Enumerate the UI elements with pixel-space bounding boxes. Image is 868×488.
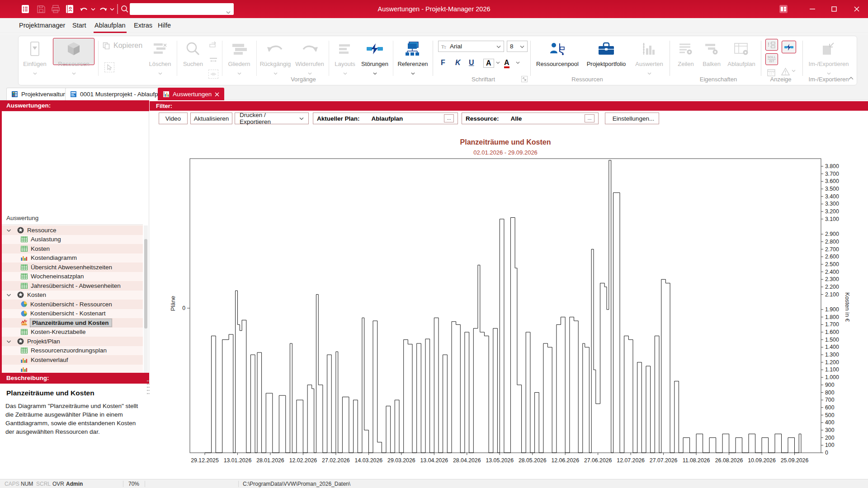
tab-musterprojekt[interactable]: 0001 Musterprojekt - Ablaufplan [65, 88, 171, 100]
tree-item-Kostenverlauf[interactable]: Kostenverlauf [2, 355, 143, 365]
pointer-tool-button[interactable] [104, 62, 114, 72]
font-color-dropdown-icon[interactable] [516, 61, 520, 64]
minimize-button[interactable] [802, 0, 823, 18]
tree-column-header[interactable]: Auswertung [2, 211, 143, 225]
gliedern-button[interactable]: Gliedern [226, 38, 253, 78]
imexport-button[interactable]: Im-/Exportieren [807, 38, 850, 78]
tree-item-Jahresübersicht - Abwesenheiten[interactable]: Jahresübersicht - Abwesenheiten [2, 281, 143, 291]
aktueller-plan-value[interactable]: Ablaufplan [372, 115, 403, 122]
zeilen-button[interactable]: Zeilen [674, 38, 698, 78]
ribbon-collapse-icon[interactable] [849, 77, 854, 80]
menu-projektmanager[interactable]: Projektmanager [17, 18, 67, 33]
menu-hilfe[interactable]: Hilfe [156, 18, 173, 33]
tree-item-Kostendiagramm[interactable]: Kostendiagramm [2, 253, 143, 263]
undo-icon[interactable] [79, 3, 90, 15]
y-tick-label: 3.200 [825, 208, 839, 215]
status-zoom[interactable]: 70% [128, 479, 139, 488]
balken-button[interactable]: Balken [699, 38, 724, 78]
tree-scrollbar-thumb[interactable] [144, 239, 147, 328]
maximize-button[interactable] [824, 0, 844, 18]
menu-ablaufplan[interactable]: Ablaufplan [93, 18, 127, 33]
tree-item-15[interactable] [2, 365, 143, 373]
video-button[interactable]: Video [159, 113, 188, 124]
chevron-down-icon[interactable] [2, 338, 11, 345]
critical-path-toggle[interactable]: ! [765, 39, 778, 51]
splitter-grip[interactable] [146, 380, 150, 397]
loeschen-button[interactable]: Löschen [147, 38, 173, 78]
undo-dropdown-icon[interactable] [90, 3, 97, 15]
plan-browse-button[interactable]: ... [444, 114, 454, 122]
tree-item-Kosten-Kreuztabelle[interactable]: Kosten-Kreuztabelle [2, 328, 143, 337]
italic-button[interactable]: K [455, 59, 461, 67]
rueckgaengig-button[interactable]: Rückgängig [260, 38, 291, 78]
redo-icon[interactable] [98, 3, 108, 15]
einfuegen-button[interactable]: Einfügen [20, 38, 49, 78]
menu-list-icon[interactable] [19, 3, 32, 15]
projektportfolio-button[interactable]: Projektportfolio [583, 38, 630, 78]
suchen-button[interactable]: Suchen [180, 38, 206, 78]
contacts-icon[interactable] [63, 3, 76, 15]
tree-group-Projekt/Plan[interactable]: Projekt/Plan [2, 337, 143, 346]
tab-close-icon[interactable] [215, 92, 219, 97]
resize-task-icon[interactable] [208, 55, 218, 64]
chevron-down-icon[interactable] [2, 291, 11, 298]
underline-button[interactable]: U [469, 59, 474, 67]
font-size-combo[interactable]: 8 [507, 41, 528, 52]
calendar-icon[interactable] [766, 68, 776, 77]
category-star-icon [14, 291, 24, 298]
kopieren-button[interactable]: Kopieren [103, 41, 152, 51]
layout-panels-icon[interactable] [773, 0, 794, 18]
tab-auswertungen[interactable]: Auswertungen [158, 88, 224, 100]
ressource-value[interactable]: Alle [511, 115, 522, 122]
tree-item-Planzeiträume und Kosten[interactable]: Planzeiträume und Kosten [2, 318, 143, 328]
tree-scrollbar[interactable] [144, 225, 148, 373]
auswerten-button[interactable]: Auswerten [632, 38, 666, 78]
evaluate-chart-icon [642, 40, 657, 58]
font-dialog-launcher-icon[interactable] [521, 76, 528, 82]
tree-item-Wocheneinsatzplan[interactable]: Wocheneinsatzplan [2, 272, 143, 282]
search-icon[interactable] [119, 3, 130, 15]
print-icon[interactable] [50, 3, 61, 15]
warning-icon[interactable] [781, 67, 790, 76]
tab-projektverwaltung[interactable]: Projektverwaltung [6, 88, 75, 100]
disruption-toggle[interactable] [782, 41, 796, 53]
group-label-anzeige: Anzeige [770, 76, 792, 83]
font-color-button[interactable]: A [504, 59, 509, 68]
qat-separator [117, 4, 118, 14]
soll-ist-toggle[interactable]: SOLL IST [765, 53, 778, 65]
ressourcenpool-button[interactable]: Ressourcenpool [535, 38, 580, 78]
tree-item-Auslastung[interactable]: Auslastung [2, 235, 143, 244]
tree-group-Kosten[interactable]: Kosten [2, 291, 143, 300]
referenzen-button[interactable]: Referenzen [396, 38, 429, 78]
ressource-browse-button[interactable]: ... [585, 114, 594, 122]
save-icon[interactable] [35, 3, 47, 15]
tree-item-Übersicht Abwesenheitszeiten[interactable]: Übersicht Abwesenheitszeiten [2, 263, 143, 272]
drucken-exportieren-button[interactable]: Drucken / Exportieren [235, 113, 309, 124]
quick-search-combo[interactable] [130, 3, 234, 15]
tree-group-Ressource[interactable]: Ressource [2, 225, 143, 235]
tree-item-Kostenübersicht - Ressourcen[interactable]: Kostenübersicht - Ressourcen [2, 300, 143, 309]
layouts-button[interactable]: Layouts [332, 38, 358, 78]
ablaufplan-props-button[interactable]: Ablaufplan [726, 38, 757, 78]
stoerungen-button[interactable]: Störungen [360, 38, 389, 78]
link-task-icon[interactable] [208, 70, 218, 79]
font-family-combo[interactable]: TT Arial [438, 41, 504, 52]
menu-extras[interactable]: Extras [132, 18, 154, 33]
chevron-down-icon[interactable] [2, 227, 11, 234]
close-button[interactable] [846, 0, 867, 18]
ressourcen-button[interactable]: Ressourcen [53, 38, 94, 78]
shift-task-icon[interactable] [208, 40, 218, 49]
category-star-icon [14, 338, 24, 345]
highlight-color-button[interactable]: A [483, 59, 494, 68]
bold-button[interactable]: F [441, 59, 445, 67]
redo-dropdown-icon[interactable] [108, 3, 116, 15]
menu-start[interactable]: Start [71, 18, 88, 33]
widerrufen-button[interactable]: Widerrufen [294, 38, 325, 78]
highlight-dropdown-icon[interactable] [496, 61, 500, 64]
tree-item-Ressourcenzuordnungsplan[interactable]: Ressourcenzuordnungsplan [2, 346, 143, 356]
einstellungen-button[interactable]: Einstellungen... [605, 113, 659, 124]
aktualisieren-button[interactable]: Aktualisieren [190, 113, 232, 124]
tree-item-Kosten[interactable]: Kosten [2, 244, 143, 253]
warning-dropdown-icon[interactable] [792, 70, 796, 72]
tree-item-Kostenübersicht - Kostenart[interactable]: Kostenübersicht - Kostenart [2, 309, 143, 319]
